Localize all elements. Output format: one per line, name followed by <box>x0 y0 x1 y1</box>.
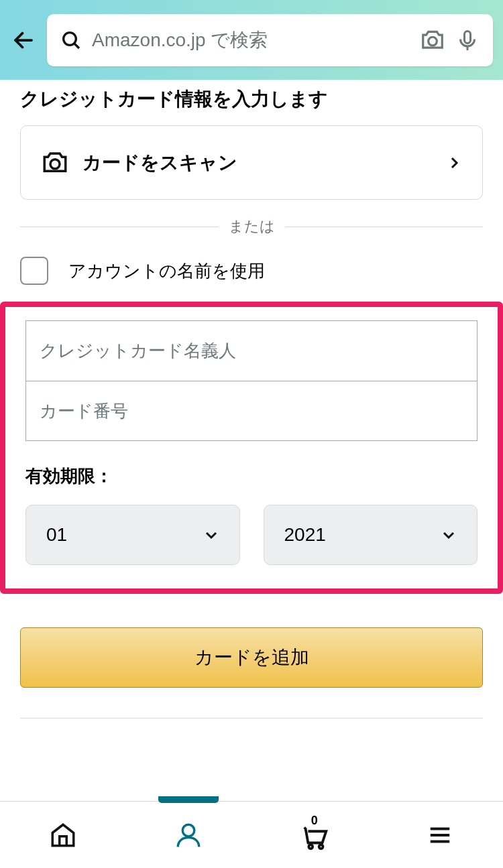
chevron-right-icon <box>446 155 462 171</box>
cardholder-name-input[interactable] <box>25 320 478 381</box>
nav-cart[interactable]: 0 <box>294 815 335 855</box>
microphone-icon[interactable] <box>455 28 480 52</box>
camera-icon <box>41 149 69 177</box>
svg-line-2 <box>74 44 79 48</box>
divider-text: または <box>229 216 275 237</box>
svg-point-8 <box>309 845 313 849</box>
chevron-down-icon <box>441 527 457 543</box>
use-account-name-row: アカウントの名前を使用 <box>20 257 483 285</box>
expiry-year-value: 2021 <box>284 524 326 546</box>
home-icon <box>49 821 77 849</box>
menu-icon <box>427 822 453 848</box>
page-title: クレジットカード情報を入力します <box>20 86 483 112</box>
svg-point-9 <box>319 845 323 849</box>
search-input[interactable] <box>92 29 410 51</box>
scan-card-button[interactable]: カードをスキャン <box>20 125 483 200</box>
nav-active-indicator <box>158 796 219 803</box>
nav-home[interactable] <box>43 815 83 855</box>
expiry-year-select[interactable]: 2021 <box>264 505 478 565</box>
scan-card-label: カードをスキャン <box>82 150 237 176</box>
cart-count: 0 <box>311 814 318 828</box>
add-card-label: カードを追加 <box>194 645 309 670</box>
expiry-month-value: 01 <box>46 524 67 546</box>
camera-icon[interactable] <box>420 27 445 53</box>
svg-point-7 <box>183 824 195 836</box>
content-divider <box>20 718 483 719</box>
use-account-name-checkbox[interactable] <box>20 257 48 285</box>
back-arrow-icon <box>11 28 36 52</box>
nav-menu[interactable] <box>420 815 460 855</box>
search-bar[interactable] <box>47 14 493 66</box>
main-content: クレジットカード情報を入力します カードをスキャン または アカウントの名前を使… <box>0 86 503 719</box>
svg-point-3 <box>429 37 437 46</box>
nav-account[interactable] <box>168 815 209 855</box>
svg-point-6 <box>50 159 60 168</box>
expiry-month-select[interactable]: 01 <box>25 505 240 565</box>
account-icon <box>174 821 203 849</box>
use-account-name-label: アカウントの名前を使用 <box>68 259 265 283</box>
bottom-navigation: 0 <box>0 801 503 868</box>
card-form-highlight: 有効期限： 01 2021 <box>0 302 503 594</box>
divider: または <box>20 216 483 237</box>
back-button[interactable] <box>10 27 37 54</box>
app-header <box>0 0 503 80</box>
svg-point-1 <box>64 32 76 45</box>
search-icon <box>60 29 82 51</box>
svg-rect-4 <box>465 31 471 43</box>
card-number-input[interactable] <box>25 381 478 441</box>
expiry-label: 有効期限： <box>25 464 478 488</box>
chevron-down-icon <box>203 527 219 543</box>
add-card-button[interactable]: カードを追加 <box>20 627 483 688</box>
